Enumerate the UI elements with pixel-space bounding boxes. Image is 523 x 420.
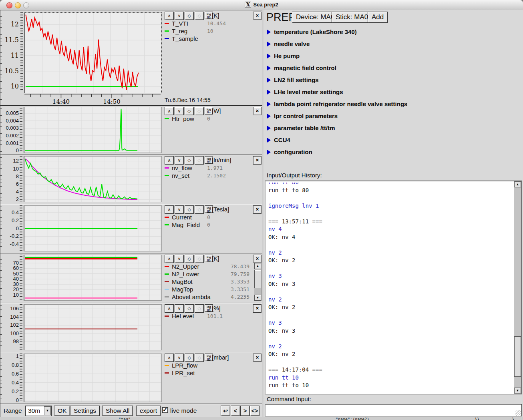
section-row[interactable]: lpr control parameters (264, 110, 523, 122)
legend-item[interactable]: LPR_set (165, 369, 261, 377)
legend-item[interactable]: Mag_Field0 (165, 221, 261, 229)
autoscale-disabled-button[interactable]: ◇ (195, 156, 204, 165)
autoscale-disabled-button[interactable]: ◇ (195, 354, 204, 362)
close-chart-button[interactable]: × (253, 205, 262, 214)
autoscale-button[interactable]: ◇ (185, 354, 194, 362)
scale-up-button[interactable]: ∧ (165, 354, 174, 362)
legend-scrollbar[interactable]: ▲▼ (254, 263, 262, 301)
scale-up-button[interactable]: ∧ (165, 107, 174, 115)
autoscale-disabled-button[interactable]: ◇ (195, 255, 204, 263)
expand-triangle-icon[interactable] (267, 126, 271, 131)
console-scrollbar[interactable]: ▲ ▼ (514, 181, 521, 394)
scale-down-button[interactable]: ∨ (175, 205, 184, 214)
legend-item[interactable]: HeLevel101.1 (165, 312, 261, 320)
autoscale-disabled-button[interactable]: ◇ (195, 12, 204, 20)
section-row[interactable]: CCU4 (264, 134, 523, 146)
close-chart-button[interactable]: × (253, 255, 262, 263)
expand-triangle-icon[interactable] (267, 54, 271, 58)
scroll-right-button[interactable]: > (240, 406, 250, 416)
section-row[interactable]: temperature (LakeShore 340) (264, 26, 523, 38)
legend-item[interactable]: N2_Upper78.439 (165, 263, 261, 270)
scroll-down-icon[interactable]: ▼ (254, 295, 261, 301)
command-input[interactable] (265, 404, 522, 416)
legend-item[interactable]: LPR_flow (165, 362, 261, 369)
scale-up-button[interactable]: ∧ (165, 156, 174, 165)
show-all-button[interactable]: Show All (102, 406, 133, 416)
expand-triangle-icon[interactable] (267, 138, 271, 143)
section-row[interactable]: LHe level meter settings (264, 86, 523, 98)
scroll-up-icon[interactable]: ▲ (254, 263, 261, 269)
legend-item[interactable]: N2_Lower79.759 (165, 270, 261, 278)
expand-triangle-icon[interactable] (267, 78, 271, 82)
autoscale-button[interactable]: ◇ (185, 255, 194, 263)
io-history-console[interactable]: run tt 80run tt to 80 ignoreMsg lnv 1 ==… (265, 181, 522, 394)
plot-area[interactable] (24, 156, 162, 202)
jump-latest-button[interactable]: ↩ (221, 406, 230, 416)
close-chart-button[interactable]: × (253, 156, 262, 165)
close-chart-button[interactable]: × (253, 12, 262, 20)
expand-triangle-icon[interactable] (267, 114, 271, 119)
autoscale-disabled-button[interactable]: ◇ (195, 107, 204, 115)
plot-area[interactable] (24, 304, 162, 350)
expand-triangle-icon[interactable] (267, 66, 271, 70)
legend-item[interactable]: T_VTI10.454 (165, 20, 261, 27)
plot-area[interactable] (24, 12, 162, 93)
chevron-down-icon[interactable]: ▼ (44, 406, 51, 415)
plot-area[interactable] (24, 107, 162, 153)
expand-triangle-icon[interactable] (267, 30, 271, 34)
section-row[interactable]: needle valve (264, 38, 523, 50)
scale-up-button[interactable]: ∧ (165, 12, 174, 20)
scrollbar-thumb[interactable] (514, 336, 521, 377)
scale-down-button[interactable]: ∨ (175, 354, 184, 362)
scale-up-button[interactable]: ∧ (165, 304, 174, 313)
legend-item[interactable]: Htr_pow0 (165, 115, 261, 123)
scroll-up-icon[interactable]: ▲ (514, 181, 521, 187)
scale-down-button[interactable]: ∨ (175, 304, 184, 313)
legend-item[interactable]: AboveLambda4.2235 (165, 293, 261, 301)
autoscale-button[interactable]: ◇ (185, 205, 194, 214)
section-row[interactable]: parameter table /tt/tm (264, 122, 523, 134)
resize-grip-icon[interactable] (515, 410, 521, 416)
legend-item[interactable]: MagBot3.3353 (165, 278, 261, 285)
plot-area[interactable] (24, 205, 162, 251)
section-row[interactable]: configuration (264, 146, 523, 158)
section-row[interactable]: LN2 fill settings (264, 74, 523, 86)
export-button[interactable]: export (136, 406, 161, 416)
scroll-left-button[interactable]: < (231, 406, 240, 416)
plot-area[interactable] (24, 255, 162, 301)
autoscale-button[interactable]: ◇ (185, 156, 194, 165)
legend-item[interactable]: nv_flow1.971 (165, 164, 261, 172)
expand-triangle-icon[interactable] (267, 150, 271, 155)
expand-triangle-icon[interactable] (267, 42, 271, 46)
legend-item[interactable]: MagTop3.3351 (165, 285, 261, 293)
autoscale-button[interactable]: ◇ (185, 304, 194, 313)
close-chart-button[interactable]: × (253, 304, 262, 313)
legend-item[interactable]: Current0 (165, 213, 261, 221)
expand-triangle-icon[interactable] (267, 90, 271, 94)
close-chart-button[interactable]: × (253, 107, 262, 115)
section-row[interactable]: He pump (264, 50, 523, 62)
scale-down-button[interactable]: ∨ (175, 12, 184, 20)
legend-item[interactable]: T_sample (165, 35, 261, 42)
ok-button[interactable]: OK (54, 406, 70, 416)
autoscale-button[interactable]: ◇ (185, 12, 194, 20)
expand-triangle-icon[interactable] (267, 102, 271, 107)
scale-down-button[interactable]: ∨ (175, 255, 184, 263)
zoom-out-button[interactable]: <> (250, 406, 259, 416)
live-mode-checkbox[interactable]: ✓ (162, 407, 168, 413)
autoscale-button[interactable]: ◇ (185, 107, 194, 115)
scale-up-button[interactable]: ∧ (165, 255, 174, 263)
section-row[interactable]: lambda point refrigerator needle valve s… (264, 98, 523, 110)
section-row[interactable]: magnetic field control (264, 62, 523, 74)
legend-item[interactable]: nv_set2.1502 (165, 172, 261, 179)
close-chart-button[interactable]: × (253, 354, 262, 362)
range-select[interactable]: 30m ▼ (25, 406, 52, 416)
plot-area[interactable] (24, 354, 162, 402)
scroll-down-icon[interactable]: ▼ (514, 388, 521, 394)
scale-up-button[interactable]: ∧ (165, 205, 174, 214)
autoscale-disabled-button[interactable]: ◇ (195, 205, 204, 214)
settings-button[interactable]: Settings (70, 406, 100, 416)
scrollbar-thumb[interactable] (254, 270, 261, 288)
legend-item[interactable]: T_reg10 (165, 27, 261, 35)
autoscale-disabled-button[interactable]: ◇ (195, 304, 204, 313)
